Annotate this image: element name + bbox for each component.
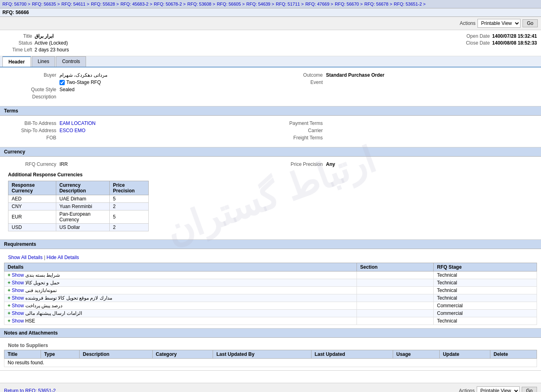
requirements-section-body: Show All Details | Hide All Details Deta…	[0, 249, 541, 328]
rfq-nav-item-3[interactable]: RFQ: 55628 >	[91, 2, 119, 6]
requirement-row: + Show نمونه/بازدید فنیTechnical	[4, 287, 537, 294]
bill-to-label: Bill-To Address	[8, 120, 56, 126]
currency-cell-precision: 5	[110, 195, 149, 203]
currency-cell-description: US Dollar	[56, 224, 109, 231]
buyer-row: Buyer مرداتی دهکردک، شهرام	[8, 72, 266, 78]
req-show-link[interactable]: Show	[12, 310, 25, 316]
req-show-link[interactable]: Show	[12, 288, 25, 293]
ship-to-link[interactable]: ESCO EMO	[59, 128, 86, 133]
req-expand-icon[interactable]: +	[8, 280, 12, 286]
req-details-cell: + Show مدارك لازم موقع تحویل كالا توسط ف…	[4, 294, 357, 302]
col-usage: Usage	[393, 350, 439, 359]
actions-select[interactable]: Printable View	[477, 19, 521, 28]
terms-section-header: Terms	[0, 106, 541, 116]
req-section-cell	[357, 287, 433, 294]
actions-label: Actions	[460, 20, 475, 26]
additional-currencies-label: Additional Response Currencies	[4, 170, 537, 179]
title-section: Title ابرار براق Status Active (Locked) …	[0, 30, 541, 56]
req-expand-icon[interactable]: +	[8, 272, 12, 278]
bottom-actions-select[interactable]: Printable View	[477, 386, 520, 392]
bill-to-value: EAM LOCATION	[59, 120, 96, 126]
rfq-nav-item-13[interactable]: RFQ: 53651-2 >	[394, 2, 426, 6]
terms-section-body: Bill-To Address EAM LOCATION Ship-To Add…	[0, 116, 541, 147]
description-label: Description	[8, 94, 56, 100]
col-last-updated-by: Last Updated By	[213, 350, 311, 359]
req-section-cell	[357, 302, 433, 310]
currency-cell-precision: 5	[110, 210, 149, 224]
rfq-nav-item-11[interactable]: RFQ: 56670 >	[335, 2, 363, 6]
currency-cell-currency: USD	[8, 224, 56, 231]
rfq-nav-item-12[interactable]: RFQ: 56678 >	[364, 2, 392, 6]
currency-row: USDUS Dollar2	[8, 224, 149, 231]
open-date-row: Open Date 1400/07/28 15:32:41	[466, 33, 537, 39]
col-currency-description: Currency Description	[56, 181, 109, 195]
req-expand-icon[interactable]: +	[8, 295, 12, 301]
rfq-nav-item-9[interactable]: RFQ: 51711 >	[276, 2, 303, 6]
col-delete: Delete	[490, 350, 537, 359]
bottom-go-button[interactable]: Go	[522, 387, 537, 392]
req-expand-icon[interactable]: +	[8, 303, 12, 308]
title-label: Title	[4, 33, 32, 39]
col-rfq-stage: RFQ Stage	[434, 263, 537, 272]
time-left-label: Time Left	[4, 47, 32, 53]
rfq-nav-item-5[interactable]: RFQ: 50678-2 >	[154, 2, 186, 6]
show-all-link[interactable]: Show All Details	[8, 255, 43, 260]
col-update: Update	[439, 350, 490, 359]
requirement-row: + Show الزامات ارسال پیشنهاد مالیCommerc…	[4, 310, 537, 317]
ship-to-value: ESCO EMO	[59, 128, 86, 133]
req-expand-icon[interactable]: +	[8, 310, 12, 316]
go-button[interactable]: Go	[523, 19, 538, 27]
hide-all-link[interactable]: Hide All Details	[47, 255, 79, 260]
quote-style-label: Quote Style	[8, 87, 56, 92]
req-show-link[interactable]: Show	[12, 272, 25, 278]
req-expand-icon[interactable]: +	[8, 318, 12, 324]
requirement-row: + Show شرایط بسته بندیTechnical	[4, 272, 537, 279]
req-show-link[interactable]: Show	[12, 318, 25, 324]
payment-terms-label: Payment Terms	[275, 120, 323, 126]
rfq-nav-item-7[interactable]: RFQ: 56605 >	[217, 2, 244, 6]
status-row: Status Active (Locked)	[4, 40, 69, 46]
rfq-nav-item-2[interactable]: RFQ: 54611 >	[61, 2, 89, 6]
rfq-nav-item-6[interactable]: RFQ: 53608 >	[187, 2, 215, 6]
ship-to-row: Ship-To Address ESCO EMO	[8, 128, 266, 133]
currency-row: AEDUAE Dirham5	[8, 195, 149, 203]
status-label: Status	[4, 40, 32, 46]
terms-section: Terms Bill-To Address EAM LOCATION Ship-…	[0, 106, 541, 147]
col-details: Details	[4, 263, 357, 272]
req-details-cell: + Show درصد پیش پرداخت	[4, 302, 357, 310]
requirements-section: Requirements Show All Details | Hide All…	[0, 240, 541, 329]
price-precision-row: Price Precision Any	[275, 161, 533, 167]
requirement-row: + Show مدارك لازم موقع تحویل كالا توسط ف…	[4, 294, 537, 302]
rfq-nav-item-10[interactable]: RFQ: 47669 >	[305, 2, 333, 6]
return-link[interactable]: Return to RFQ: 53651-2	[4, 388, 56, 392]
show-hide-links: Show All Details | Hide All Details	[4, 252, 537, 263]
title-left: Title ابرار براق Status Active (Locked) …	[4, 33, 69, 53]
rfq-nav-item-1[interactable]: RFQ: 56635 >	[32, 2, 59, 6]
rfq-nav-item-0[interactable]: RFQ: 56700 >	[2, 2, 30, 6]
req-details-cell: + Show الزامات ارسال پیشنهاد مالی	[4, 310, 357, 317]
rfq-nav-item-8[interactable]: RFQ: 54639 >	[246, 2, 274, 6]
quote-style-value: Sealed	[59, 87, 74, 92]
tab-header[interactable]: Header	[2, 56, 31, 67]
terms-right-col: Payment Terms Carrier Freight Terms	[270, 119, 537, 144]
col-section: Section	[357, 263, 433, 272]
ship-to-label: Ship-To Address	[8, 128, 56, 133]
tab-lines[interactable]: Lines	[32, 56, 55, 67]
req-show-link[interactable]: Show	[12, 280, 25, 286]
req-stage-cell: Technical	[434, 287, 537, 294]
outcome-col: Outcome Standard Purchase Order Event	[270, 71, 537, 103]
price-precision-value: Any	[326, 161, 335, 167]
bill-to-link[interactable]: EAM LOCATION	[59, 120, 96, 126]
outcome-value: Standard Purchase Order	[326, 72, 384, 78]
requirement-row: + Show حمل و تحویل کالاTechnical	[4, 279, 537, 287]
terms-form-grid: Bill-To Address EAM LOCATION Ship-To Add…	[4, 119, 537, 144]
rfq-nav-item-4[interactable]: RFQ: 45683-2 >	[121, 2, 152, 6]
two-stage-checkbox[interactable]	[59, 80, 65, 85]
currency-right-col: Price Precision Any	[270, 160, 537, 170]
bottom-actions-label: Actions	[459, 388, 475, 392]
req-details-cell: + Show HSE	[4, 317, 357, 325]
req-show-link[interactable]: Show	[12, 303, 25, 308]
req-expand-icon[interactable]: +	[8, 288, 12, 293]
tab-controls[interactable]: Controls	[56, 56, 86, 67]
req-show-link[interactable]: Show	[12, 295, 25, 301]
